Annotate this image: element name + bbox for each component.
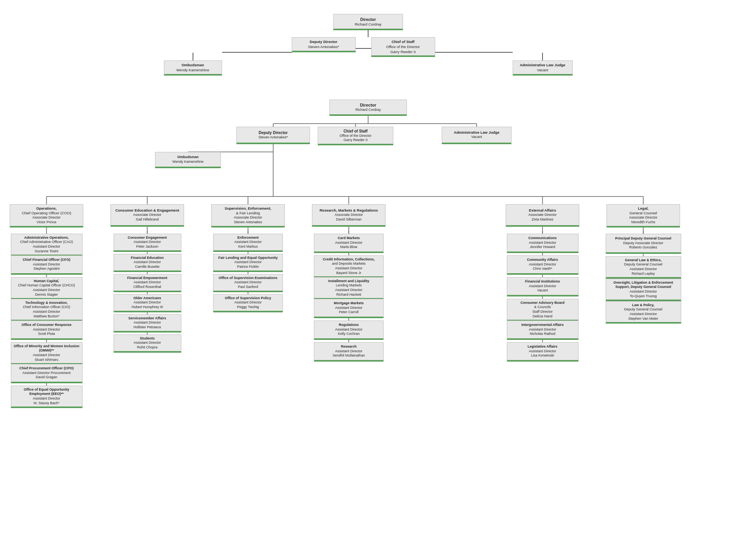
org-box: Administrative Operations,Chief Administ… bbox=[11, 234, 83, 257]
deputy-director-box: Deputy Director Steven Antonakes* bbox=[292, 37, 356, 52]
org-box: Office of Supervision PolicyAssistant Di… bbox=[213, 294, 283, 312]
org-box: RegulationsAssistant DirectorKelly Cochr… bbox=[314, 320, 384, 340]
org-box: Servicemember AffairsAssistant DirectorH… bbox=[114, 314, 181, 333]
org-box: Chief Financial Officer (CFO)Assistant D… bbox=[11, 255, 83, 275]
director-section: Director Richard Cordray bbox=[14, 14, 722, 76]
org-box: OmbudsmanWendy Kamenshine bbox=[155, 152, 221, 168]
org-box: Consumer EngagementAssistant DirectorPet… bbox=[114, 234, 181, 252]
org-box: Principal Deputy General CounselDeputy A… bbox=[606, 234, 681, 254]
org-box: Community AffairsAssistant DirectorChris… bbox=[507, 255, 579, 275]
admin-law-judge-box: Administrative Law Judge Vacant bbox=[513, 60, 573, 76]
org-box: Human Capital,Chief Human Capital Office… bbox=[11, 277, 83, 300]
org-box: Legislative AffairsAssistant DirectorLis… bbox=[507, 342, 579, 362]
director-box: Director Richard Cordray bbox=[333, 14, 403, 30]
org-box: Mortgage MarketsAssistant DirectorPeter … bbox=[314, 299, 384, 318]
org-box: Deputy DirectorSteven Antonakes* bbox=[236, 127, 310, 144]
ombudsman-box: Ombudsman Wendy Kamenshine bbox=[164, 60, 222, 76]
org-box: Office of Consumer ResponseAssistant Dir… bbox=[11, 320, 83, 340]
org-box: External AffairsAssociate DirectorZixta … bbox=[506, 204, 579, 227]
org-box: Oversight, Litigation & Enforcement Supp… bbox=[606, 279, 681, 302]
org-box: Office of Minority and Women Inclusion (… bbox=[11, 342, 83, 365]
org-box: Office of Equal Opportunity Employment (… bbox=[11, 386, 83, 408]
org-box: StudentsAssistant DirectorRohit Chopra bbox=[114, 334, 181, 353]
org-box: CommunicationsAssistant DirectorJennifer… bbox=[507, 234, 579, 253]
org-box: Chief Procurement Officer (CPO)Assistant… bbox=[11, 364, 83, 383]
org-box: Supervision, Enforcement,& Fair LendingA… bbox=[211, 204, 285, 227]
org-box: Credit Information, Collections,and Depo… bbox=[314, 255, 384, 278]
org-box: Card MarketsAssistant DirectorMarla Blow bbox=[314, 234, 384, 253]
org-box: Chief of StaffOffice of the DirectorGarr… bbox=[318, 127, 393, 145]
org-box: Research, Markets & RegulationsAssociate… bbox=[312, 204, 386, 227]
org-box: Operations,Chief Operating Officer (COO)… bbox=[10, 204, 83, 227]
chief-of-staff-box: Chief of Staff Office of the Director Ga… bbox=[371, 37, 435, 57]
org-box: Intergovernmental AffairsAssistant Direc… bbox=[507, 320, 579, 340]
org-chart: Director Richard Cordray bbox=[8, 8, 728, 88]
org-box: Consumer Education & EngagementAssociate… bbox=[110, 204, 184, 227]
org-box: EnforcementAssistant DirectorKent Markus bbox=[213, 234, 283, 252]
org-box: Fair Lending and Equal OpportunityAssist… bbox=[213, 254, 283, 272]
org-box: Legal,General CounselAssociate DirectorM… bbox=[606, 204, 680, 227]
main-org-chart: DirectorRichard CordrayDeputy DirectorSt… bbox=[8, 96, 728, 560]
org-box: Financial EducationAssistant DirectorCam… bbox=[114, 254, 181, 272]
org-box: DirectorRichard Cordray bbox=[329, 100, 407, 116]
org-box: Consumer Advisory Board& CouncilsStaff D… bbox=[507, 299, 579, 322]
org-box: Older AmericansAssistant DirectorHubert … bbox=[114, 294, 181, 312]
org-box: Office of Supervision ExaminationsAssist… bbox=[213, 274, 283, 292]
org-box: General Law & Ethics,Deputy General Coun… bbox=[606, 256, 681, 279]
org-box: Technology & Innovation,Chief Informatio… bbox=[11, 299, 83, 322]
org-box: ResearchAssistant DirectorSendhil Mullai… bbox=[314, 342, 384, 362]
org-box: Financial EmpowermentAssistant DirectorC… bbox=[114, 274, 181, 292]
org-box: Law & Policy,Deputy General CounselAssis… bbox=[606, 301, 681, 324]
org-box: Installment and LiquidityLending Markets… bbox=[314, 277, 384, 300]
org-box: Financial InstitutionsAssistant Director… bbox=[507, 277, 579, 296]
org-box: Administrative Law JudgeVacant bbox=[442, 127, 512, 144]
